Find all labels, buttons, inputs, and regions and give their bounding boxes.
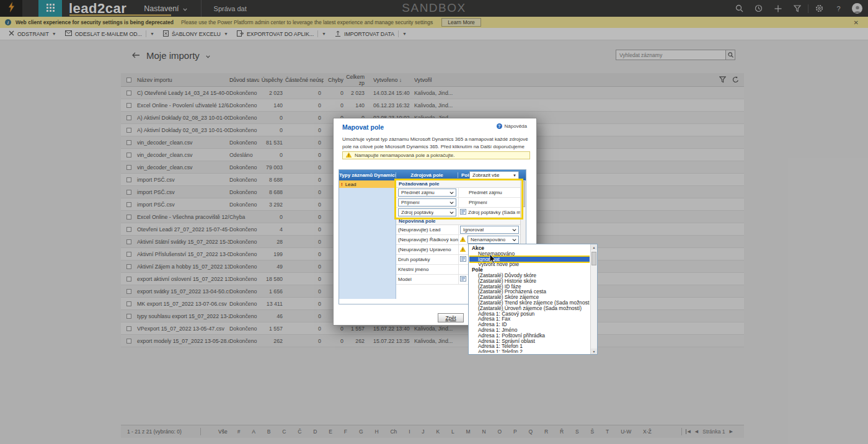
source-field-cell: (Neupravujte) Upraveno [396,247,458,252]
select-value: Zdroj poptávky [401,210,433,215]
scroll-up-icon[interactable]: ▲ [591,244,597,250]
dropdown-item[interactable]: Vytvořit nové pole [469,262,590,267]
source-field-cell: Zdroj poptávky [396,208,458,216]
target-field-label: Zdroj poptávky (Sada možn... [468,210,520,215]
option-set-icon [460,256,466,263]
required-mapping-row: PříjmeníPříjmení [396,198,520,208]
warning-icon [346,153,352,159]
target-field-cell: Ignorovat [458,225,520,234]
required-mapping-row: Zdroj poptávkyZdroj poptávky (Sada možn.… [396,208,520,218]
source-fields-column-header: Zdrojová pole [396,172,458,178]
select-value: Předmět zájmu [401,190,435,195]
source-field-cell: Příjmení [396,198,458,206]
scrollbar-thumb[interactable] [591,252,596,265]
source-field-cell: (Neupravujte) Lead [396,227,458,233]
target-field-select[interactable]: Nenamapováno [467,236,519,244]
required-fields-header: Požadovaná pole [396,180,520,188]
target-field-select[interactable]: Ignorovat [460,226,519,234]
target-field-cell: Předmět zájmu [458,188,520,197]
source-field-cell: Druh poptávky [396,257,458,262]
record-types-column-header: Typy záznamů Dynamics 365 [339,172,396,178]
target-field-cell: Zdroj poptávky (Sada možn... [458,208,520,217]
show-all-value: Zobrazit vše [472,172,500,178]
target-field-cell: Příjmení [458,198,520,207]
record-types-panel: ! Lead [339,180,396,299]
warning-icon [460,247,466,253]
warning-icon [460,237,466,243]
select-value: Ignorovat [463,227,484,233]
dialog-title: Mapovat pole [342,123,384,131]
optional-fields-header: Nepovinná pole [396,218,520,225]
optional-mapping-row: (Neupravujte) LeadIgnorovat [396,225,520,235]
chevron-down-icon [450,200,454,205]
option-set-icon [460,276,466,283]
help-link[interactable]: ? Nápověda [497,123,527,129]
show-all-select[interactable]: Zobrazit vše ▼ [469,171,519,179]
source-field-cell: Předmět zájmu [396,189,458,197]
target-field-cell: Nenamapováno [458,235,520,244]
source-field-select[interactable]: Příjmení [398,198,456,206]
source-field-cell: (Neupravujte) Řádkový kontrolní ... [396,237,458,242]
dialog-alert: Namapujte nenamapovaná pole a pokračujte… [342,151,530,159]
chevron-down-icon [450,210,454,215]
chevron-down-icon [450,190,454,195]
target-field-label: Předmět zájmu [460,190,502,195]
dropdown-item[interactable]: Adresa 1: Telefon 2 [469,349,590,353]
select-value: Příjmení [401,200,420,205]
mouse-cursor [489,254,496,267]
entity-label: Lead [345,182,356,187]
dropdown-scrollbar[interactable]: ▲ ▼ [590,244,597,354]
scroll-down-icon[interactable]: ▼ [591,349,597,354]
back-button[interactable]: Zpět [438,313,464,322]
chevron-down-icon [512,237,516,242]
select-value: Nenamapováno [471,237,505,242]
field-options-dropdown: AkceNenamapovánoIgnorovatVytvořit nové p… [468,244,598,355]
target-field-label: Příjmení [460,200,487,205]
source-field-select[interactable]: Zdroj poptávky [398,208,456,216]
entity-warning-icon: ! [341,182,343,187]
chevron-down-icon: ▼ [513,174,516,177]
source-field-select[interactable]: Předmět zájmu [398,189,456,197]
chevron-down-icon [512,227,516,233]
help-label: Nápověda [505,123,527,129]
required-mapping-row: Předmět zájmuPředmět zájmu [396,188,520,198]
source-field-cell: Křestní jméno [396,267,458,272]
entity-lead-item[interactable]: ! Lead [339,180,396,188]
source-field-cell: Model [396,277,458,282]
alert-text: Namapujte nenamapovaná pole a pokračujte… [355,153,454,158]
option-set-icon [460,209,466,216]
help-circle-icon: ? [497,123,502,129]
